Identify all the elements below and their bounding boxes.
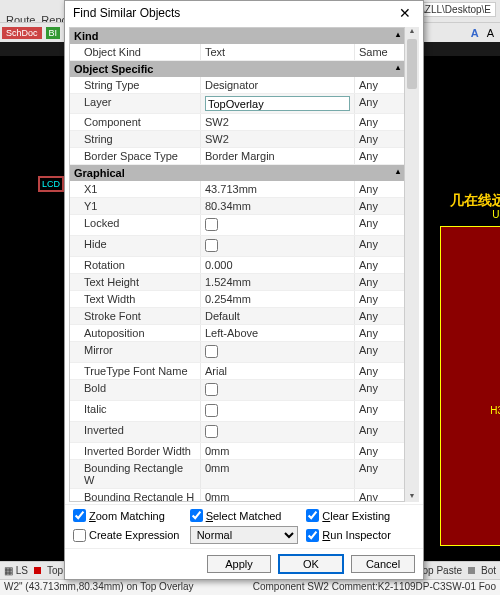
match-component[interactable]: Any: [354, 114, 404, 130]
match-bound-w[interactable]: Any: [354, 460, 404, 488]
match-layer[interactable]: Any: [354, 94, 404, 113]
collapse-icon[interactable]: ▴: [396, 30, 400, 42]
label-y1: Y1: [70, 198, 200, 214]
match-tt-font[interactable]: Any: [354, 363, 404, 379]
match-text-height[interactable]: Any: [354, 274, 404, 290]
label-border-space: Border Space Type: [70, 148, 200, 164]
mask-mode-select[interactable]: Normal: [190, 526, 299, 544]
match-stroke-font[interactable]: Any: [354, 308, 404, 324]
tab-toppaste[interactable]: Top Paste: [418, 565, 462, 576]
match-y1[interactable]: Any: [354, 198, 404, 214]
label-italic: Italic: [70, 401, 200, 421]
value-layer[interactable]: [200, 94, 354, 113]
label-layer: Layer: [70, 94, 200, 113]
create-expression-checkbox[interactable]: Create Expression: [73, 529, 182, 542]
value-stroke-font[interactable]: Default: [200, 308, 354, 324]
label-inverted: Inverted: [70, 422, 200, 442]
value-rotation[interactable]: 0.000: [200, 257, 354, 273]
value-text-width[interactable]: 0.254mm: [200, 291, 354, 307]
ok-button[interactable]: OK: [279, 555, 343, 573]
value-string-type[interactable]: Designator: [200, 77, 354, 93]
match-locked[interactable]: Any: [354, 215, 404, 235]
match-inverted[interactable]: Any: [354, 422, 404, 442]
match-bold[interactable]: Any: [354, 380, 404, 400]
label-string: String: [70, 131, 200, 147]
dialog-title: Find Similar Objects: [73, 6, 180, 20]
color-swatch-gray2: [468, 567, 475, 574]
comp-u3: U3: [492, 209, 500, 220]
match-text-width[interactable]: Any: [354, 291, 404, 307]
match-rotation[interactable]: Any: [354, 257, 404, 273]
clear-existing-checkbox[interactable]: Clear Existing: [306, 509, 415, 522]
cancel-button[interactable]: Cancel: [351, 555, 415, 573]
value-string[interactable]: SW2: [200, 131, 354, 147]
label-bold: Bold: [70, 380, 200, 400]
tab-bot[interactable]: Bot: [481, 565, 496, 576]
match-object-kind[interactable]: Same: [354, 44, 404, 60]
close-icon[interactable]: ✕: [395, 5, 415, 21]
label-bound-h: Bounding Rectangle H: [70, 489, 200, 502]
properties-grid: Kind▴ Object KindTextSame Object Specifi…: [69, 27, 405, 502]
match-hide[interactable]: Any: [354, 236, 404, 256]
locked-checkbox[interactable]: [205, 218, 218, 231]
bold-checkbox[interactable]: [205, 383, 218, 396]
inverted-checkbox[interactable]: [205, 425, 218, 438]
value-text-height[interactable]: 1.524mm: [200, 274, 354, 290]
value-x1[interactable]: 43.713mm: [200, 181, 354, 197]
dialog-buttons: Apply OK Cancel: [65, 548, 423, 579]
collapse-icon[interactable]: ▴: [396, 63, 400, 75]
layer-input[interactable]: [205, 96, 350, 111]
label-mirror: Mirror: [70, 342, 200, 362]
status-bar: W2" (43.713mm,80.34mm) on Top Overlay Co…: [0, 579, 500, 595]
match-autoposition[interactable]: Any: [354, 325, 404, 341]
select-matched-checkbox[interactable]: Select Matched: [190, 509, 299, 522]
value-component[interactable]: SW2: [200, 114, 354, 130]
match-string[interactable]: Any: [354, 131, 404, 147]
match-mirror[interactable]: Any: [354, 342, 404, 362]
label-string-type: String Type: [70, 77, 200, 93]
silk-text: 几在线远: [450, 192, 500, 210]
bi-tab[interactable]: BI: [46, 27, 61, 39]
collapse-icon[interactable]: ▴: [396, 167, 400, 179]
value-bound-w[interactable]: 0mm: [200, 460, 354, 488]
match-italic[interactable]: Any: [354, 401, 404, 421]
mirror-checkbox[interactable]: [205, 345, 218, 358]
comp-h3: H3: [490, 405, 500, 416]
scroll-thumb[interactable]: [407, 39, 417, 89]
tab-ls[interactable]: ▦ LS: [4, 565, 28, 576]
zoom-matching-checkbox[interactable]: Zoom Matching: [73, 509, 182, 522]
value-border-space[interactable]: Border Margin: [200, 148, 354, 164]
scrollbar[interactable]: ▲ ▼: [405, 27, 419, 502]
apply-button[interactable]: Apply: [207, 555, 271, 573]
color-swatch-red: [34, 567, 41, 574]
label-text-width: Text Width: [70, 291, 200, 307]
schdoc-tab[interactable]: SchDoc: [2, 27, 42, 39]
run-inspector-checkbox[interactable]: Run Inspector: [306, 529, 415, 542]
dialog-options: Zoom Matching Select Matched Clear Exist…: [65, 504, 423, 548]
hide-checkbox[interactable]: [205, 239, 218, 252]
section-graphical[interactable]: Graphical▴: [70, 165, 404, 181]
value-tt-font[interactable]: Arial: [200, 363, 354, 379]
match-string-type[interactable]: Any: [354, 77, 404, 93]
label-tt-font: TrueType Font Name: [70, 363, 200, 379]
value-y1[interactable]: 80.34mm: [200, 198, 354, 214]
tab-top[interactable]: Top: [47, 565, 63, 576]
match-inv-border[interactable]: Any: [354, 443, 404, 459]
italic-checkbox[interactable]: [205, 404, 218, 417]
match-border-space[interactable]: Any: [354, 148, 404, 164]
font-tool-icon[interactable]: A: [487, 27, 494, 39]
value-object-kind[interactable]: Text: [200, 44, 354, 60]
label-hide: Hide: [70, 236, 200, 256]
text-tool-icon[interactable]: A: [471, 27, 479, 39]
match-bound-h[interactable]: Any: [354, 489, 404, 502]
value-autoposition[interactable]: Left-Above: [200, 325, 354, 341]
match-x1[interactable]: Any: [354, 181, 404, 197]
value-inv-border[interactable]: 0mm: [200, 443, 354, 459]
scroll-down-icon[interactable]: ▼: [405, 492, 419, 502]
scroll-up-icon[interactable]: ▲: [405, 27, 419, 37]
section-kind[interactable]: Kind▴: [70, 28, 404, 44]
label-locked: Locked: [70, 215, 200, 235]
value-bound-h[interactable]: 0mm: [200, 489, 354, 502]
file-path: \ZLL\Desktop\E: [417, 2, 496, 17]
section-object-specific[interactable]: Object Specific▴: [70, 61, 404, 77]
